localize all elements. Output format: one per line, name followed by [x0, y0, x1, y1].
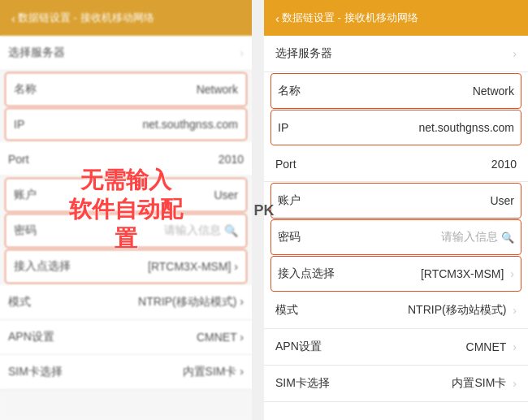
left-name-value: Network [197, 83, 238, 96]
left-account-label: 账户 [14, 188, 63, 202]
right-mode-row[interactable]: 模式 NTRIP(移动站模式) › [264, 292, 528, 329]
left-port-row: Port 2010 [0, 142, 252, 176]
right-name-value: Network [473, 84, 514, 97]
right-access-row[interactable]: 接入点选择 [RTCM3X-MSM] › [270, 256, 522, 292]
left-eye-icon: 🔍 [224, 224, 238, 237]
right-mode-value: NTRIP(移动站模式) › [408, 303, 517, 318]
left-password-row[interactable]: 密码 请输入信息 🔍 [5, 214, 247, 248]
left-back-button[interactable]: ‹ 数据链设置 - 接收机移动网络 [11, 11, 154, 25]
right-back-button[interactable]: ‹ 数据链设置 - 接收机移动网络 [275, 11, 418, 25]
left-mode-label: 模式 [8, 295, 57, 310]
left-mode-row[interactable]: 模式 NTRIP(移动站模式) › [0, 285, 252, 320]
right-list: 选择服务器 › 名称 Network IP net.southgnss.com … [264, 36, 528, 420]
left-sim-value: 内置SIM卡 › [183, 365, 244, 379]
right-ip-row[interactable]: IP net.southgnss.com [270, 110, 522, 145]
left-select-server-chevron: › [240, 46, 244, 59]
left-mode-value: NTRIP(移动站模式) › [138, 295, 244, 310]
right-select-server-row[interactable]: 选择服务器 › [264, 36, 528, 72]
right-select-server-label: 选择服务器 [275, 46, 332, 61]
right-header: ‹ 数据链设置 - 接收机移动网络 [264, 0, 528, 36]
right-mode-label: 模式 [275, 303, 324, 318]
pk-label: PK [253, 201, 274, 219]
right-sim-label: SIM卡选择 [275, 376, 330, 391]
left-header: ‹ 数据链设置 - 接收机移动网络 [0, 0, 252, 36]
left-port-value: 2010 [219, 153, 244, 166]
right-account-label: 账户 [278, 193, 327, 208]
right-panel: ‹ 数据链设置 - 接收机移动网络 选择服务器 › 名称 Network IP … [264, 0, 528, 420]
right-account-value: User [490, 194, 514, 207]
left-access-value: [RTCM3X-MSM] › [148, 260, 238, 273]
right-port-label: Port [275, 158, 324, 171]
right-account-row[interactable]: 账户 User [270, 183, 522, 219]
left-ip-label: IP [14, 118, 63, 131]
right-port-row: Port 2010 [264, 146, 528, 182]
left-port-label: Port [8, 153, 57, 166]
left-apn-value: CMNET › [197, 331, 244, 344]
left-sim-label: SIM卡选择 [8, 365, 63, 379]
left-account-value: User [214, 188, 238, 201]
right-apn-value: CMNET › [466, 340, 517, 353]
right-access-label: 接入点选择 [278, 266, 335, 281]
left-apn-label: APN设置 [8, 330, 57, 344]
left-sim-row[interactable]: SIM卡选择 内置SIM卡 › [0, 355, 252, 390]
right-name-row[interactable]: 名称 Network [270, 73, 522, 109]
right-access-value: [RTCM3X-MSM] › [421, 267, 514, 280]
left-apn-row[interactable]: APN设置 CMNET › [0, 320, 252, 355]
left-name-label: 名称 [14, 82, 63, 97]
right-header-title: 数据链设置 - 接收机移动网络 [282, 11, 418, 25]
right-select-server-chevron: › [513, 47, 517, 60]
left-select-server-label: 选择服务器 [8, 45, 65, 60]
right-back-icon: ‹ [275, 11, 279, 25]
left-access-label: 接入点选择 [14, 259, 71, 274]
right-apn-label: APN设置 [275, 340, 324, 354]
left-back-icon: ‹ [11, 11, 15, 25]
right-sim-row[interactable]: SIM卡选择 内置SIM卡 › [264, 366, 528, 402]
left-select-server-row[interactable]: 选择服务器 › [0, 36, 252, 71]
right-ip-value: net.southgnss.com [418, 121, 514, 134]
right-ip-label: IP [278, 121, 327, 134]
right-port-value: 2010 [491, 158, 517, 171]
left-password-label: 密码 [14, 223, 63, 238]
right-name-label: 名称 [278, 84, 327, 98]
left-account-row[interactable]: 账户 User [5, 178, 247, 212]
pk-divider: PK [252, 0, 264, 420]
right-password-row[interactable]: 密码 请输入信息 🔍 [270, 219, 522, 255]
left-name-row[interactable]: 名称 Network [5, 72, 247, 106]
right-access-chevron: › [510, 267, 514, 280]
right-apn-row[interactable]: APN设置 CMNET › [264, 329, 528, 366]
left-password-value: 请输入信息 🔍 [164, 223, 238, 238]
right-password-label: 密码 [278, 230, 327, 245]
right-password-value: 请输入信息 🔍 [441, 230, 514, 245]
left-ip-value: net.southgnss.com [142, 118, 238, 131]
left-ip-row[interactable]: IP net.southgnss.com [5, 108, 247, 141]
left-content: 选择服务器 › 名称 Network IP net.southgnss.com … [0, 36, 252, 420]
right-eye-icon: 🔍 [501, 232, 514, 244]
left-header-title: 数据链设置 - 接收机移动网络 [18, 11, 154, 25]
right-sim-value: 内置SIM卡 › [452, 376, 517, 391]
left-access-row[interactable]: 接入点选择 [RTCM3X-MSM] › [5, 249, 247, 284]
left-panel: ‹ 数据链设置 - 接收机移动网络 选择服务器 › 名称 Network IP … [0, 0, 252, 420]
